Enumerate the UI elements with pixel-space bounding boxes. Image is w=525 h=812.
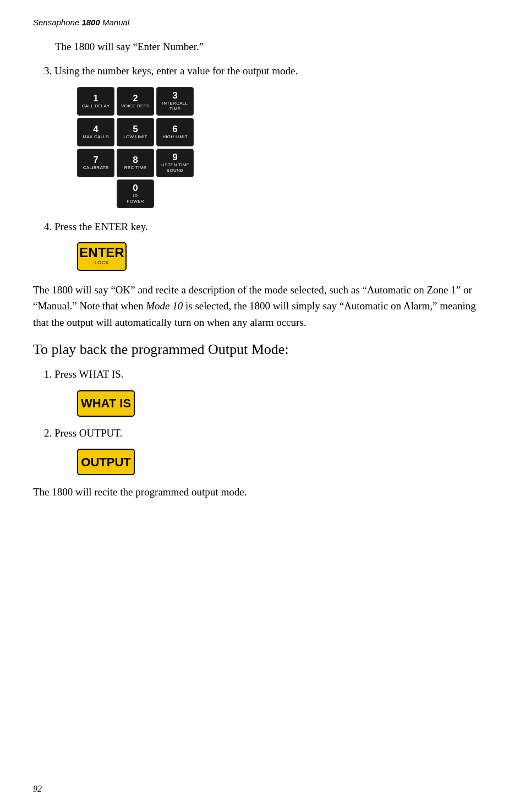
enter-key[interactable]: ENTER LOCK: [77, 242, 127, 271]
keypad: 1 CALL DELAY 2 VOICE REPS 3 INTERCALL TI…: [77, 87, 492, 208]
enter-key-container: ENTER LOCK: [77, 242, 492, 271]
section-heading: To play back the programmed Output Mode:: [33, 340, 492, 359]
page-number: 92: [33, 782, 42, 795]
what-is-key[interactable]: WHAT IS: [77, 390, 135, 417]
key-4[interactable]: 4 MAX CALLS: [77, 118, 114, 146]
key-7[interactable]: 7 CALIBRATE: [77, 149, 114, 177]
enter-key-label: ENTER: [79, 246, 124, 259]
key-9[interactable]: 9 LISTEN TIMESOUND: [156, 149, 194, 177]
output-key[interactable]: OUTPUT: [77, 449, 135, 475]
mode-10-italic: Mode 10: [146, 300, 183, 312]
intro-text: The 1800 will say “Enter Number.”: [55, 39, 492, 55]
key-6[interactable]: 6 HIGH LIMIT: [156, 118, 194, 146]
output-key-label: OUTPUT: [81, 453, 130, 471]
what-is-key-label: WHAT IS: [81, 394, 131, 412]
key-8[interactable]: 8 REC TIME: [117, 149, 154, 177]
key-1[interactable]: 1 CALL DELAY: [77, 87, 114, 116]
key-3[interactable]: 3 INTERCALL TIME: [156, 87, 194, 116]
key-2[interactable]: 2 VOICE REPS: [117, 87, 154, 116]
page-header: Sensaphone 1800 Manual: [33, 17, 492, 29]
enter-key-sublabel: LOCK: [95, 259, 110, 267]
play-step1-text: 1. Press WHAT IS.: [44, 367, 492, 383]
step3-text: 3. Using the number keys, enter a value …: [44, 63, 492, 79]
step4-text: 4. Press the ENTER key.: [44, 219, 492, 235]
key-0[interactable]: 0 IDPOWER: [117, 179, 154, 208]
footer-body-text: The 1800 will recite the programmed outp…: [33, 484, 492, 500]
key-5[interactable]: 5 LOW LIMIT: [117, 118, 154, 146]
play-step2-text: 2. Press OUTPUT.: [44, 426, 492, 442]
keypad-grid: 1 CALL DELAY 2 VOICE REPS 3 INTERCALL TI…: [77, 87, 492, 208]
body-paragraph: The 1800 will say “OK” and recite a desc…: [33, 282, 492, 330]
